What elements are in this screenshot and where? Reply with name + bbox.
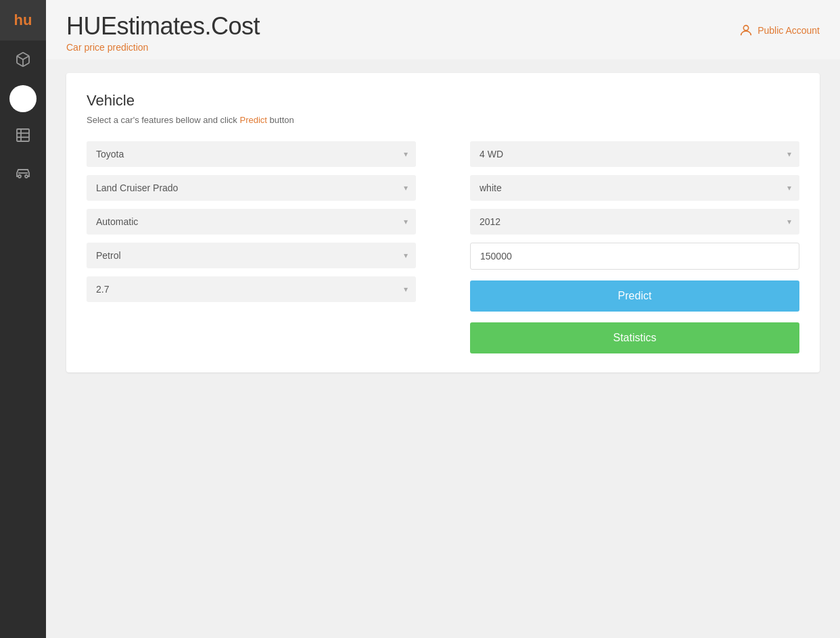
account-icon <box>739 23 753 38</box>
sidebar-item-car[interactable] <box>0 154 46 192</box>
account-label: Public Account <box>757 25 820 36</box>
main-content: HUEstimates.Cost Car price prediction Pu… <box>46 0 840 638</box>
app-subtitle: Car price prediction <box>66 42 260 53</box>
sidebar-item-user[interactable] <box>0 78 46 116</box>
header-left: HUEstimates.Cost Car price prediction <box>66 12 260 53</box>
content-area: Vehicle Select a car's features bellow a… <box>46 59 840 638</box>
app-title: HUEstimates.Cost <box>66 12 260 41</box>
form-grid: Toyota Honda BMW Mercedes Land Cruiser P… <box>87 141 799 353</box>
transmission-select[interactable]: Automatic Manual <box>87 209 416 235</box>
avatar <box>9 85 37 112</box>
svg-point-6 <box>25 175 28 178</box>
statistics-button[interactable]: Statistics <box>470 322 799 353</box>
header: HUEstimates.Cost Car price prediction Pu… <box>46 0 840 59</box>
card-title: Vehicle <box>87 92 799 109</box>
year-wrapper: 2012 2013 2014 2015 2010 <box>470 209 799 235</box>
svg-rect-1 <box>17 129 29 141</box>
predict-button[interactable]: Predict <box>470 280 799 312</box>
make-wrapper: Toyota Honda BMW Mercedes <box>87 141 416 167</box>
model-select[interactable]: Land Cruiser Prado Camry Corolla <box>87 175 416 201</box>
header-right: Public Account <box>739 12 820 38</box>
make-select[interactable]: Toyota Honda BMW Mercedes <box>87 141 416 167</box>
engine-wrapper: 2.7 3.0 4.0 1.6 <box>87 276 416 302</box>
color-select[interactable]: white black silver red blue <box>470 175 799 201</box>
card-description: Select a car's features bellow and click… <box>87 115 799 125</box>
svg-point-5 <box>18 175 21 178</box>
vehicle-card: Vehicle Select a car's features bellow a… <box>66 73 820 372</box>
color-wrapper: white black silver red blue <box>470 175 799 201</box>
engine-select[interactable]: 2.7 3.0 4.0 1.6 <box>87 276 416 302</box>
model-wrapper: Land Cruiser Prado Camry Corolla <box>87 175 416 201</box>
sidebar: hu <box>0 0 46 638</box>
fuel-wrapper: Petrol Diesel Electric <box>87 243 416 268</box>
svg-point-7 <box>743 26 748 30</box>
drive-wrapper: 4 WD FWD RWD AWD <box>470 141 799 167</box>
predict-highlight: Predict <box>239 115 266 125</box>
form-left: Toyota Honda BMW Mercedes Land Cruiser P… <box>87 141 416 353</box>
form-right: 4 WD FWD RWD AWD white black silver red <box>470 141 799 353</box>
transmission-wrapper: Automatic Manual <box>87 209 416 235</box>
sidebar-item-table[interactable] <box>0 116 46 154</box>
drive-select[interactable]: 4 WD FWD RWD AWD <box>470 141 799 167</box>
year-select[interactable]: 2012 2013 2014 2015 2010 <box>470 209 799 235</box>
sidebar-logo[interactable]: hu <box>0 0 46 41</box>
mileage-input[interactable] <box>470 243 799 270</box>
fuel-select[interactable]: Petrol Diesel Electric <box>87 243 416 268</box>
sidebar-item-box[interactable] <box>0 41 46 78</box>
